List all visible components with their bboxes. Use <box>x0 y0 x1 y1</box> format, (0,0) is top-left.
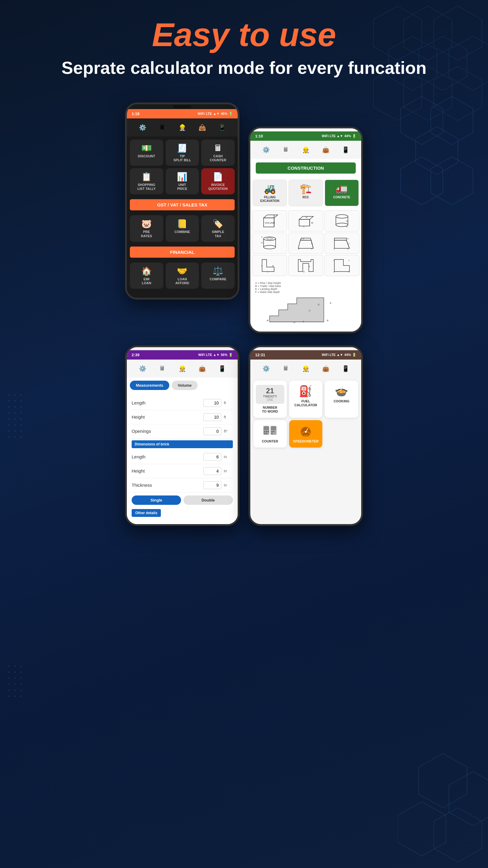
svg-point-55 <box>21 695 22 697</box>
tab-measurements[interactable]: Measurements <box>130 381 169 390</box>
btn-filling[interactable]: 🚜 FILLINGEXCAVATION <box>253 180 287 206</box>
nav-bag-c[interactable]: 👜 <box>320 144 331 155</box>
svg-marker-88 <box>334 238 347 240</box>
svg-rect-61 <box>299 219 310 226</box>
svg-text:C  D: C D <box>301 238 304 240</box>
nav-phone[interactable]: 📱 <box>217 122 227 133</box>
input-openings[interactable] <box>203 427 221 435</box>
nav-settings-b[interactable]: ⚙️ <box>137 363 148 374</box>
shape-wedge[interactable]: B A A C <box>324 233 359 254</box>
shape-trapezoid[interactable]: C D B A C <box>288 233 323 254</box>
btn-pre-rates[interactable]: 🐷 PRERATES <box>130 215 163 241</box>
input-length-brick[interactable] <box>203 453 221 461</box>
nav-settings-o[interactable]: ⚙️ <box>261 363 271 374</box>
btn-cooking[interactable]: 🍲 COOKING <box>325 381 358 418</box>
nav-bar-main: ⚙️ 🖩 👷 👜 📱 <box>127 119 238 136</box>
btn-emi-loan[interactable]: 🏠 EMILOAN <box>130 262 163 289</box>
svg-point-67 <box>336 215 348 218</box>
btn-unit-price[interactable]: 📊 UNITPRICE <box>166 168 199 194</box>
btn-shopping[interactable]: 📋 SHOPPINGLIST TALLY <box>130 168 163 194</box>
svg-text:D: D <box>318 303 320 306</box>
nav-calc[interactable]: 🖩 <box>157 122 168 133</box>
nav-phone-c[interactable]: 📱 <box>340 144 351 155</box>
btn-simple-tax[interactable]: 🏷️ SIMPLETAX <box>201 215 235 241</box>
shape-hollow-cylinder[interactable]: H T <box>252 233 287 254</box>
svg-text:D: D <box>346 225 348 227</box>
shape-complex[interactable]: C C D E <box>324 255 359 276</box>
svg-text:B: B <box>303 271 304 273</box>
svg-marker-12 <box>401 157 443 205</box>
btn-fuel-calculator[interactable]: ⛽ FUELCALCULATOR <box>289 381 323 418</box>
shape-cylinder[interactable]: H D <box>324 210 359 231</box>
btn-loan-afford[interactable]: 🤝 LOANAFFORD <box>166 262 199 289</box>
phone-brick: 2:39 WiFi LTE ▲▼ 56% 🔋 ⚙️ 🖩 👷 👜 📱 Measur… <box>125 345 239 526</box>
svg-marker-3 <box>389 36 437 90</box>
svg-point-49 <box>21 684 22 685</box>
nav-calc-b[interactable]: 🖩 <box>157 363 168 374</box>
svg-point-24 <box>14 412 16 413</box>
svg-rect-126 <box>271 433 272 434</box>
nav-bag[interactable]: 👜 <box>197 122 207 133</box>
svg-marker-132 <box>419 753 467 808</box>
svg-point-39 <box>14 665 16 667</box>
svg-point-50 <box>8 689 10 691</box>
btn-concrete[interactable]: 🚛 CONCRETE <box>325 180 359 206</box>
brick-section-title: Dimensions of brick <box>132 440 233 448</box>
shape-l-shape[interactable]: H L W <box>252 255 287 276</box>
svg-text:H: H <box>261 242 263 244</box>
time-other: 12:31 <box>255 352 265 357</box>
shape-volume-cube[interactable]: VOLUME <box>252 210 287 231</box>
btn-combine[interactable]: 📒 COMBINE <box>166 215 199 241</box>
btn-invoice[interactable]: 📄 INVOICEQUOTATION <box>201 168 235 194</box>
toggle-double[interactable]: Double <box>184 495 233 505</box>
svg-text:A¹: A¹ <box>267 319 269 322</box>
svg-text:C: C <box>311 243 313 244</box>
nav-settings[interactable]: ⚙️ <box>137 122 148 133</box>
field-row-length-wall: Length ft <box>132 396 233 410</box>
btn-speedometer[interactable]: km/h SPEEDOMETER <box>289 420 323 447</box>
svg-point-48 <box>14 684 16 685</box>
svg-text:H: H <box>306 216 307 218</box>
svg-point-45 <box>14 678 16 679</box>
btn-tip-split[interactable]: 🧾 TIPSPLIT BILL <box>166 140 199 166</box>
input-length-wall[interactable] <box>203 399 221 407</box>
status-bar-other: 12:31 WiFi LTE ▲▼ 44% 🔋 <box>250 350 361 360</box>
shape-grid: VOLUME H W L H <box>250 209 361 278</box>
svg-point-42 <box>14 672 16 673</box>
nav-calc-o[interactable]: 🖩 <box>281 363 291 374</box>
shape-u-shape[interactable]: B D <box>288 255 323 276</box>
nav-person[interactable]: 👷 <box>177 122 188 133</box>
nav-calc-c[interactable]: 🖩 <box>281 144 291 155</box>
input-height-wall[interactable] <box>203 413 221 421</box>
shape-open-box[interactable]: H W L <box>288 210 323 231</box>
nav-phone-b[interactable]: 📱 <box>217 363 227 374</box>
nav-person-o[interactable]: 👷 <box>300 363 311 374</box>
toggle-single[interactable]: Single <box>132 495 181 505</box>
svg-marker-2 <box>434 6 482 60</box>
svg-point-19 <box>21 400 22 401</box>
input-height-brick[interactable] <box>203 467 221 475</box>
nav-bag-o[interactable]: 👜 <box>320 363 331 374</box>
btn-cash-counter[interactable]: 🖩 CASHCOUNTER <box>201 140 235 166</box>
svg-point-29 <box>8 424 10 426</box>
calc-grid-gst: 🐷 PRERATES 📒 COMBINE 🏷️ SIMPLETAX <box>127 212 238 244</box>
nav-settings-c[interactable]: ⚙️ <box>261 144 271 155</box>
svg-text:A: A <box>333 248 335 250</box>
btn-number-to-word[interactable]: 21 TWENTY ONE NUMBERTO WORD <box>253 381 287 418</box>
btn-rcc[interactable]: 🏗️ RCC <box>289 180 323 206</box>
brick-measurements-form: Length ft Height ft Openings ft² <box>127 393 238 521</box>
input-thickness-brick[interactable] <box>203 481 221 489</box>
nav-person-b[interactable]: 👷 <box>177 363 188 374</box>
btn-discount[interactable]: 💵 DISCOUNT <box>130 140 163 166</box>
btn-counter[interactable]: COUNTER <box>253 420 287 447</box>
btn-compare[interactable]: ⚖️ COMPARE <box>201 262 235 289</box>
svg-point-46 <box>21 678 22 679</box>
svg-text:D: D <box>349 271 350 273</box>
nav-phone-o[interactable]: 📱 <box>340 363 351 374</box>
nav-bag-b[interactable]: 👜 <box>197 363 207 374</box>
other-details-button[interactable]: Other details <box>132 509 161 517</box>
svg-point-25 <box>21 412 22 413</box>
tab-volume[interactable]: Volume <box>172 381 198 390</box>
svg-marker-11 <box>416 127 458 175</box>
nav-person-c[interactable]: 👷 <box>300 144 311 155</box>
